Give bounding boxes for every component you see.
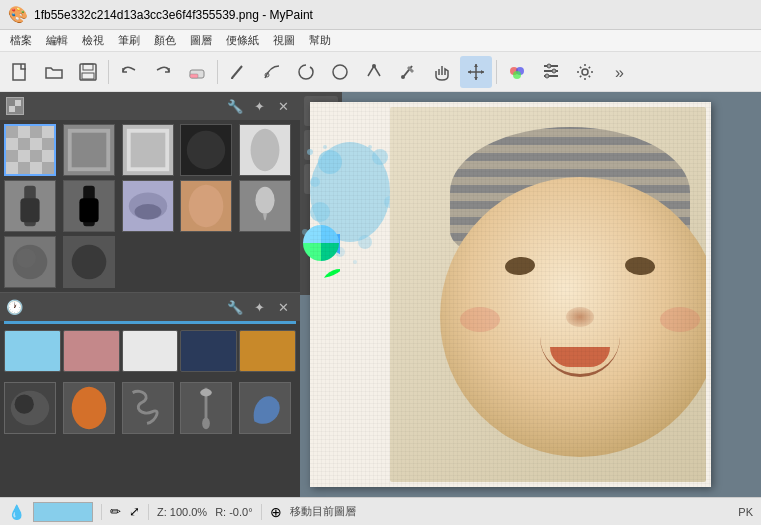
svg-point-73 [71, 387, 106, 429]
brush-panel-close[interactable]: ✕ [272, 95, 294, 117]
canvas-surface [310, 102, 711, 487]
svg-rect-38 [18, 162, 30, 174]
svg-point-91 [368, 145, 372, 149]
color-panel-brushes [0, 378, 300, 438]
svg-point-85 [310, 177, 320, 187]
brush-panel-tools: 🔧 ✦ ✕ [224, 95, 294, 117]
brush-panel-icon [6, 97, 24, 115]
brush-item[interactable] [122, 382, 174, 434]
app-settings-button[interactable] [569, 56, 601, 88]
brush-grid-2 [0, 180, 300, 236]
svg-point-48 [187, 131, 225, 169]
brush-item[interactable] [239, 124, 291, 176]
color-swatch[interactable] [180, 330, 237, 372]
brush-item[interactable] [180, 180, 232, 232]
brush-item[interactable] [239, 382, 291, 434]
menubar: 檔案編輯檢視筆刷顏色圖層便條紙視圖幫助 [0, 30, 761, 52]
menu-item-檔案[interactable]: 檔案 [4, 31, 38, 50]
canvas-area[interactable]: 移 [300, 92, 761, 497]
edit-icon[interactable]: ✏ [110, 504, 121, 519]
brush-item[interactable] [239, 180, 291, 232]
brush-grid-1 [0, 120, 300, 180]
color-swatch[interactable] [63, 330, 120, 372]
more-button[interactable]: » [603, 56, 635, 88]
svg-point-71 [15, 395, 34, 414]
new-button[interactable] [4, 56, 36, 88]
color-panel-wrench[interactable]: 🔧 [224, 296, 246, 318]
svg-point-50 [251, 129, 280, 171]
brush-item[interactable] [63, 382, 115, 434]
color-panel-close[interactable]: ✕ [272, 296, 294, 318]
svg-point-77 [203, 418, 211, 430]
brush-panel-star[interactable]: ✦ [248, 95, 270, 117]
svg-rect-0 [13, 64, 25, 80]
svg-rect-39 [30, 150, 42, 162]
zoom-label: Z: 100.0% [157, 506, 207, 518]
svg-rect-56 [79, 198, 98, 222]
menu-item-檢視[interactable]: 檢視 [76, 31, 110, 50]
color-wheel[interactable] [302, 198, 340, 291]
color-swatch[interactable] [122, 330, 179, 372]
ellipse-button[interactable] [324, 56, 356, 88]
svg-text:»: » [615, 64, 624, 81]
color-preview[interactable] [33, 502, 93, 522]
menu-item-便條紙[interactable]: 便條紙 [220, 31, 265, 50]
brush-panel-header: 🔧 ✦ ✕ [0, 92, 300, 120]
brush-settings-button[interactable] [535, 56, 567, 88]
brush-item[interactable] [4, 180, 56, 232]
rotation-label: R: -0.0° [215, 506, 252, 518]
menu-item-筆刷[interactable]: 筆刷 [112, 31, 146, 50]
color-panel-star[interactable]: ✦ [248, 296, 270, 318]
color-swatch[interactable] [239, 330, 296, 372]
menu-item-圖層[interactable]: 圖層 [184, 31, 218, 50]
svg-point-66 [17, 249, 36, 268]
brush-item[interactable] [180, 382, 232, 434]
brush-item[interactable] [4, 236, 56, 288]
svg-marker-16 [468, 70, 471, 74]
svg-rect-37 [6, 150, 18, 162]
svg-rect-31 [15, 106, 21, 112]
menu-item-編輯[interactable]: 編輯 [40, 31, 74, 50]
menu-item-幫助[interactable]: 幫助 [303, 31, 337, 50]
save-button[interactable] [72, 56, 104, 88]
eyedropper-button[interactable] [392, 56, 424, 88]
svg-rect-30 [9, 100, 15, 106]
bottom-label: PK [738, 506, 753, 518]
erase-button[interactable] [181, 56, 213, 88]
brush-item[interactable] [4, 124, 56, 176]
left-panel: 🔧 ✦ ✕ [0, 92, 300, 497]
brush-tool-button[interactable] [222, 56, 254, 88]
edit-points-button[interactable] [358, 56, 390, 88]
brush-item[interactable] [122, 180, 174, 232]
color-swatch[interactable] [4, 330, 61, 372]
svg-point-61 [189, 185, 224, 227]
brush-item[interactable] [63, 236, 115, 288]
app-icon: 🎨 [8, 5, 28, 24]
svg-rect-3 [82, 73, 94, 79]
resize-icon[interactable]: ⤢ [129, 504, 140, 519]
menu-item-視圖[interactable]: 視圖 [267, 31, 301, 50]
brush-item[interactable] [180, 124, 232, 176]
brush-item[interactable] [63, 124, 115, 176]
hand-button[interactable] [426, 56, 458, 88]
svg-marker-14 [474, 64, 478, 67]
color-settings-button[interactable] [501, 56, 533, 88]
undo-button[interactable] [113, 56, 145, 88]
svg-marker-17 [481, 70, 484, 74]
line-tool-button[interactable] [256, 56, 288, 88]
brush-item[interactable] [122, 124, 174, 176]
titlebar: 🎨 1fb55e332c214d13a3cc3e6f4f355539.png -… [0, 0, 761, 30]
svg-point-86 [358, 235, 372, 249]
move-button[interactable] [460, 56, 492, 88]
brush-item[interactable] [4, 382, 56, 434]
status-sep2 [148, 504, 149, 520]
lasso-button[interactable] [290, 56, 322, 88]
menu-item-顏色[interactable]: 顏色 [148, 31, 182, 50]
svg-point-26 [545, 74, 549, 78]
brush-panel-wrench[interactable]: 🔧 [224, 95, 246, 117]
toolbar: » [0, 52, 761, 92]
open-button[interactable] [38, 56, 70, 88]
redo-button[interactable] [147, 56, 179, 88]
eyedropper-status-icon[interactable]: 💧 [8, 504, 25, 520]
brush-item[interactable] [63, 180, 115, 232]
